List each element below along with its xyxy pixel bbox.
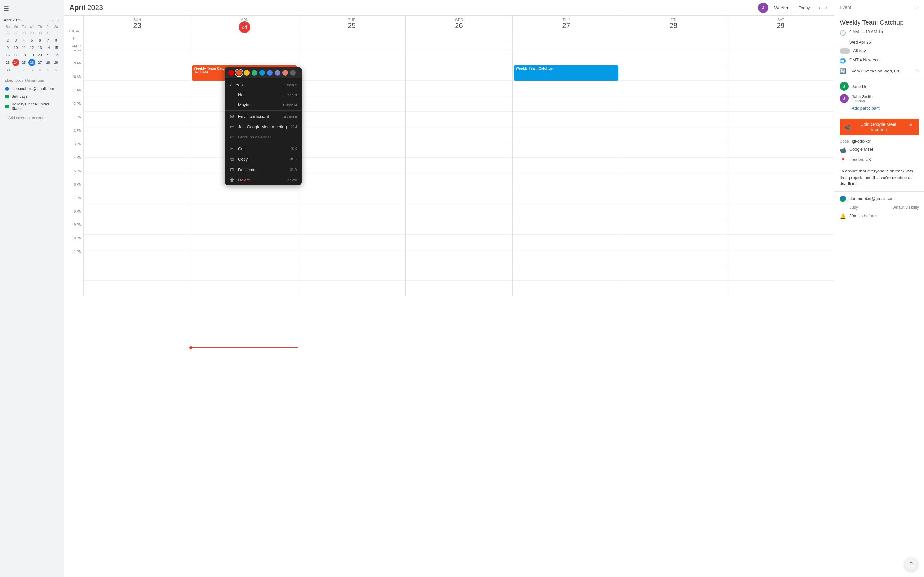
mini-cal-day-27[interactable]: 27 [37, 59, 44, 66]
mini-cal-day-7[interactable]: 7 [45, 37, 52, 44]
help-button[interactable]: ? [905, 558, 918, 571]
cell[interactable] [191, 42, 298, 50]
cm-item-maybe[interactable]: MaybeE then M [225, 100, 302, 110]
day-header-sun[interactable]: Sun23 [83, 16, 191, 35]
cell[interactable] [405, 35, 512, 42]
cm-item-delete[interactable]: 🗑Deletedelete [225, 175, 302, 185]
mini-cal-day-22[interactable]: 22 [53, 52, 60, 59]
day-col-tue[interactable] [298, 50, 405, 296]
mini-cal-day-12[interactable]: 12 [28, 44, 35, 51]
sidebar-cal-item[interactable]: Holidays in the United States [0, 100, 64, 113]
mini-cal-day-26[interactable]: 26 [4, 29, 11, 37]
cell[interactable] [512, 42, 620, 50]
mini-cal-day-1[interactable]: 1 [12, 66, 19, 73]
mini-cal-day-16[interactable]: 16 [4, 52, 11, 59]
today-button[interactable]: Today [795, 3, 814, 12]
day-header-fri[interactable]: Fri28 [620, 16, 727, 35]
mini-cal-day-5[interactable]: 5 [45, 66, 52, 73]
day-header-thu[interactable]: Thu27 [512, 16, 620, 35]
day-col-fri[interactable] [620, 50, 727, 296]
day-col-thu[interactable]: Weekly Team Catchup [512, 50, 620, 296]
allday-toggle[interactable] [840, 48, 850, 53]
cell[interactable] [298, 35, 405, 42]
color-dot-pink[interactable] [282, 70, 288, 76]
mini-cal-day-11[interactable]: 11 [20, 44, 27, 51]
user-avatar[interactable]: J [758, 3, 768, 13]
mini-cal-day-17[interactable]: 17 [12, 52, 19, 59]
day-header-tue[interactable]: Tue25 [298, 16, 405, 35]
add-event-plus[interactable]: + [64, 35, 83, 42]
mini-cal-day-30[interactable]: 30 [37, 29, 44, 37]
mini-cal-day-6[interactable]: 6 [53, 66, 60, 73]
recurrence-prev[interactable]: ‹ [915, 68, 917, 73]
mini-cal-day-19[interactable]: 19 [28, 52, 35, 59]
cm-item-copy[interactable]: ⧉Copy⌘ C [225, 154, 302, 164]
cm-item-cut[interactable]: ✂Cut⌘ X [225, 143, 302, 154]
mini-cal-day-27[interactable]: 27 [12, 29, 19, 37]
cell[interactable] [620, 35, 727, 42]
cell[interactable] [727, 35, 834, 42]
cell[interactable] [727, 42, 834, 50]
mini-cal-day-28[interactable]: 28 [45, 59, 52, 66]
cm-item-no[interactable]: NoE then N [225, 90, 302, 100]
mini-cal-next[interactable]: › [56, 17, 60, 23]
day-col-sat[interactable] [727, 50, 834, 296]
prev-week-button[interactable]: ‹ [817, 3, 822, 12]
day-col-wed[interactable] [405, 50, 512, 296]
color-dot-green[interactable] [252, 70, 257, 76]
color-dot-purple[interactable] [275, 70, 280, 76]
day-header-sat[interactable]: Sat29 [727, 16, 834, 35]
mini-cal-day-3[interactable]: 3 [28, 66, 35, 73]
day-header-mon[interactable]: Mon24 [191, 16, 298, 35]
mini-cal-day-29[interactable]: 29 [53, 59, 60, 66]
recurrence-next[interactable]: › [917, 68, 919, 73]
mini-cal-day-10[interactable]: 10 [12, 44, 19, 51]
sidebar-cal-item[interactable]: jdoe.mobbin@gmail.com [0, 85, 64, 93]
mini-cal-day-13[interactable]: 13 [37, 44, 44, 51]
menu-icon[interactable]: ☰ [4, 5, 9, 12]
add-participant-button[interactable]: Add participant [835, 105, 924, 112]
cell[interactable] [512, 35, 620, 42]
cell[interactable] [405, 42, 512, 50]
cell[interactable] [83, 35, 191, 42]
week-view-dropdown[interactable]: Week ▾ [771, 3, 792, 12]
mini-cal-day-2[interactable]: 2 [20, 66, 27, 73]
color-dot-blue[interactable] [267, 70, 273, 76]
next-week-button[interactable]: › [824, 3, 829, 12]
mini-cal-day-4[interactable]: 4 [37, 66, 44, 73]
mini-cal-day-23[interactable]: 23 [4, 59, 11, 66]
sidebar-cal-item[interactable]: Birthdays [0, 93, 64, 100]
cell[interactable] [620, 42, 727, 50]
cm-item-email-participant[interactable]: ✉Email participantE then E [225, 111, 302, 121]
mini-cal-day-31[interactable]: 31 [45, 29, 52, 37]
mini-cal-day-2[interactable]: 2 [4, 37, 11, 44]
cell[interactable] [191, 35, 298, 42]
cell[interactable] [298, 42, 405, 50]
mini-cal-day-4[interactable]: 4 [20, 37, 27, 44]
mini-cal-day-9[interactable]: 9 [4, 44, 11, 51]
mini-cal-day-18[interactable]: 18 [20, 52, 27, 59]
mini-cal-day-8[interactable]: 8 [53, 37, 60, 44]
mini-cal-day-15[interactable]: 15 [53, 44, 60, 51]
cm-item-yes[interactable]: ✓YesE then Y [225, 80, 302, 90]
event-weekly-team-catchup-blue[interactable]: Weekly Team Catchup [514, 65, 618, 81]
color-dot-teal[interactable] [259, 70, 265, 76]
mini-cal-day-3[interactable]: 3 [12, 37, 19, 44]
color-dot-red[interactable] [228, 70, 234, 76]
mini-cal-day-14[interactable]: 14 [45, 44, 52, 51]
mini-cal-day-26[interactable]: 26 [28, 59, 35, 66]
color-dot-orange-checked[interactable] [236, 70, 242, 76]
cell[interactable] [83, 42, 191, 50]
mini-cal-day-1[interactable]: 1 [53, 29, 60, 37]
mini-cal-prev[interactable]: ‹ [51, 17, 55, 23]
color-dot-yellow[interactable] [244, 70, 250, 76]
mini-cal-day-21[interactable]: 21 [45, 52, 52, 59]
day-header-wed[interactable]: Wed26 [405, 16, 512, 35]
mini-cal-day-28[interactable]: 28 [20, 29, 27, 37]
day-col-sun[interactable] [83, 50, 191, 296]
join-meeting-button[interactable]: 📹 Join Google Meet meeting ⌘ J [840, 119, 919, 135]
color-dot-graphite[interactable] [290, 70, 296, 76]
mini-cal-day-24[interactable]: 24 [12, 59, 19, 66]
mini-cal-day-29[interactable]: 29 [28, 29, 35, 37]
mini-cal-day-20[interactable]: 20 [37, 52, 44, 59]
